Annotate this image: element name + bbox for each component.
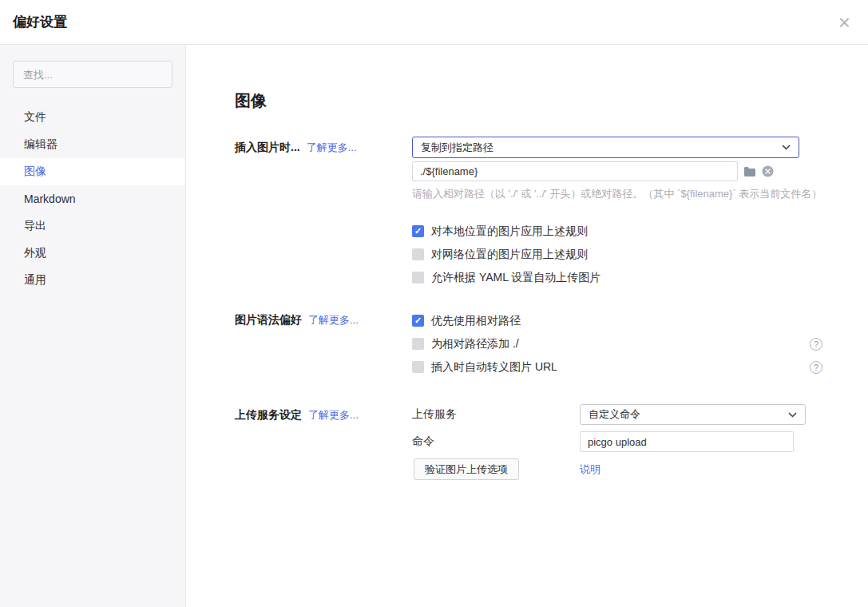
checkbox-label: 允许根据 YAML 设置自动上传图片 <box>431 271 600 285</box>
preferences-window: 偏好设置 × 文件 编辑器 图像 Markdown 导出 外观 通用 图像 <box>0 0 868 607</box>
checkbox-label: 对网络位置的图片应用上述规则 <box>431 248 588 262</box>
settings-panel: 图像 插入图片时... 了解更多... 复制到指定路径 <box>186 45 868 607</box>
learn-more-link[interactable]: 了解更多... <box>308 404 359 426</box>
section-upload-label: 上传服务设定 <box>235 404 302 426</box>
sidebar-nav: 文件 编辑器 图像 Markdown 导出 外观 通用 <box>0 104 185 294</box>
clear-icon[interactable] <box>762 165 774 177</box>
section-upload-service: 上传服务设定 了解更多... 上传服务 自定义命令 <box>235 404 822 486</box>
verify-upload-button[interactable]: 验证图片上传选项 <box>414 458 519 480</box>
image-path-row <box>412 161 822 181</box>
learn-more-link[interactable]: 了解更多... <box>307 137 357 158</box>
window-body: 文件 编辑器 图像 Markdown 导出 外观 通用 图像 插入图片时... … <box>0 45 868 607</box>
sidebar-search <box>0 61 185 88</box>
checkbox-label: 为相对路径添加 ./ <box>431 337 519 351</box>
checkbox-row-local-images[interactable]: 对本地位置的图片应用上述规则 <box>412 220 822 243</box>
section-upload-controls: 上传服务 自定义命令 命令 验 <box>412 404 822 486</box>
page-title: 图像 <box>235 91 822 110</box>
upload-service-select-value: 自定义命令 <box>589 407 640 422</box>
checkbox-row-prefer-relative[interactable]: 优先使用相对路径 <box>412 309 822 332</box>
upload-service-row: 上传服务 自定义命令 <box>412 404 822 425</box>
sidebar: 文件 编辑器 图像 Markdown 导出 外观 通用 <box>0 45 186 607</box>
insert-checkbox-list: 对本地位置的图片应用上述规则 对网络位置的图片应用上述规则 允许根据 YAML … <box>412 220 822 289</box>
section-label-row: 插入图片时... 了解更多... <box>235 137 412 289</box>
image-path-input[interactable] <box>412 161 738 181</box>
checkbox-yaml-upload[interactable] <box>412 272 424 284</box>
sidebar-item-image[interactable]: 图像 <box>0 158 185 185</box>
upload-doc-link[interactable]: 说明 <box>580 462 600 477</box>
sidebar-item-files[interactable]: 文件 <box>0 104 185 131</box>
sidebar-item-editor[interactable]: 编辑器 <box>0 131 185 158</box>
command-label: 命令 <box>412 434 580 449</box>
sidebar-item-general[interactable]: 通用 <box>0 267 185 294</box>
checkbox-label: 优先使用相对路径 <box>431 314 521 328</box>
section-label-row: 图片语法偏好 了解更多... <box>235 309 412 379</box>
section-insert-image: 插入图片时... 了解更多... 复制到指定路径 <box>235 137 822 289</box>
upload-service-select[interactable]: 自定义命令 <box>580 404 806 425</box>
checkbox-row-yaml-upload[interactable]: 允许根据 YAML 设置自动上传图片 <box>412 266 822 289</box>
checkbox-local-images[interactable] <box>412 225 424 237</box>
help-icon[interactable] <box>810 338 822 351</box>
section-syntax-controls: 优先使用相对路径 为相对路径添加 ./ 插入时自动转义图片 URL <box>412 309 822 379</box>
command-input[interactable] <box>580 431 794 452</box>
close-icon[interactable]: × <box>838 12 850 33</box>
window-title: 偏好设置 <box>13 13 67 31</box>
upload-service-label: 上传服务 <box>412 407 580 422</box>
checkbox-prefer-relative[interactable] <box>412 315 424 327</box>
verify-button-slot: 验证图片上传选项 <box>412 458 580 480</box>
chevron-down-icon <box>782 145 791 150</box>
section-insert-controls: 复制到指定路径 请输入相对路径（以 ' <box>412 137 822 289</box>
folder-icon[interactable] <box>743 166 756 177</box>
checkbox-row-add-dot-slash[interactable]: 为相对路径添加 ./ <box>412 332 822 355</box>
learn-more-link[interactable]: 了解更多... <box>308 309 359 331</box>
checkbox-web-images[interactable] <box>412 248 424 260</box>
search-input[interactable] <box>13 61 172 88</box>
chevron-down-icon <box>788 412 797 418</box>
checkbox-add-dot-slash[interactable] <box>412 338 424 350</box>
titlebar: 偏好设置 × <box>0 0 868 45</box>
help-icon[interactable] <box>810 361 822 374</box>
upload-verify-row: 验证图片上传选项 说明 <box>412 458 822 480</box>
checkbox-label: 对本地位置的图片应用上述规则 <box>431 224 588 239</box>
sidebar-item-markdown[interactable]: Markdown <box>0 185 185 212</box>
upload-command-row: 命令 <box>412 431 822 452</box>
section-image-syntax: 图片语法偏好 了解更多... 优先使用相对路径 为相对路径添加 ./ <box>235 309 822 379</box>
checkbox-escape-url[interactable] <box>412 361 424 373</box>
sidebar-item-export[interactable]: 导出 <box>0 212 185 240</box>
checkbox-row-escape-url[interactable]: 插入时自动转义图片 URL <box>412 355 822 379</box>
checkbox-label: 插入时自动转义图片 URL <box>431 360 557 375</box>
section-syntax-label: 图片语法偏好 <box>235 309 302 331</box>
insert-action-select[interactable]: 复制到指定路径 <box>412 137 799 158</box>
sidebar-item-appearance[interactable]: 外观 <box>0 240 185 267</box>
path-help-text: 请输入相对路径（以 './' 或 '../' 开头）或绝对路径。（其中 `${f… <box>412 188 822 200</box>
insert-action-select-value: 复制到指定路径 <box>421 141 493 155</box>
checkbox-row-web-images[interactable]: 对网络位置的图片应用上述规则 <box>412 243 822 266</box>
section-insert-label: 插入图片时... <box>235 137 300 158</box>
section-label-row: 上传服务设定 了解更多... <box>235 404 412 486</box>
